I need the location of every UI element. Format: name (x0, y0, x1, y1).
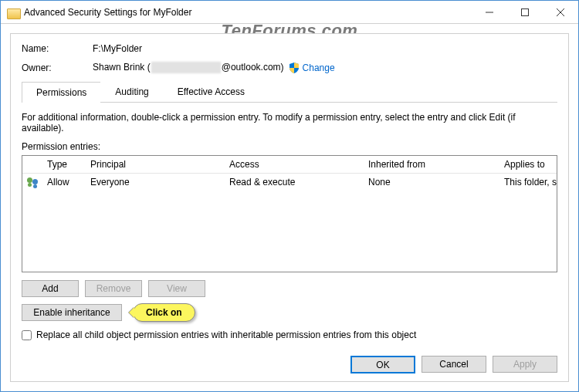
table-row[interactable]: Allow Everyone Read & execute None This … (22, 174, 557, 193)
row-icon (22, 174, 42, 193)
col-type[interactable]: Type (42, 156, 86, 173)
ok-button[interactable]: OK (350, 356, 415, 373)
name-row: Name: F:\MyFolder (22, 43, 557, 54)
info-text: For additional information, double-click… (22, 112, 557, 133)
row-applies: This folder, subfolders and files (499, 174, 557, 193)
folder-icon (7, 7, 19, 18)
replace-checkbox[interactable] (22, 330, 32, 340)
tabs: Permissions Auditing Effective Access (22, 81, 557, 103)
owner-suffix: @outlook.com) (222, 62, 284, 73)
col-applies[interactable]: Applies to (499, 156, 557, 173)
tab-effective-access[interactable]: Effective Access (163, 81, 259, 102)
row-principal: Everyone (86, 174, 225, 193)
main-panel: Name: F:\MyFolder Owner: Shawn Brink (@o… (10, 33, 569, 382)
view-button[interactable]: View (148, 280, 205, 297)
replace-checkbox-label[interactable]: Replace all child object permission entr… (36, 329, 416, 340)
grid-header: Type Principal Access Inherited from App… (22, 156, 557, 174)
col-inherited[interactable]: Inherited from (364, 156, 499, 173)
close-button[interactable] (543, 1, 578, 24)
footer-buttons: OK Cancel Apply (350, 356, 557, 373)
permission-grid[interactable]: Type Principal Access Inherited from App… (22, 155, 557, 272)
name-value: F:\MyFolder (93, 43, 142, 54)
row-type: Allow (42, 174, 86, 193)
owner-redacted (151, 62, 221, 73)
cancel-button[interactable]: Cancel (422, 356, 486, 373)
owner-prefix: Shawn Brink ( (93, 62, 151, 73)
owner-value: Shawn Brink (@outlook.com) (93, 62, 284, 73)
svg-rect-1 (522, 8, 529, 15)
callout: Click on (133, 303, 195, 322)
remove-button[interactable]: Remove (85, 280, 142, 297)
row-access: Read & execute (225, 174, 364, 193)
window-title: Advanced Security Settings for MyFolder (24, 7, 191, 18)
row-inherited: None (364, 174, 499, 193)
col-icon (22, 156, 42, 173)
replace-checkbox-row: Replace all child object permission entr… (22, 329, 557, 340)
entry-buttons: Add Remove View (22, 280, 557, 297)
apply-button[interactable]: Apply (493, 356, 557, 373)
col-access[interactable]: Access (225, 156, 364, 173)
owner-label: Owner: (22, 63, 93, 73)
entries-label: Permission entries: (22, 141, 557, 152)
owner-row: Owner: Shawn Brink (@outlook.com) Change (22, 62, 557, 73)
enable-inheritance-button[interactable]: Enable inheritance (22, 304, 122, 321)
change-owner-link[interactable]: Change (303, 63, 335, 73)
name-label: Name: (22, 43, 93, 54)
tab-auditing[interactable]: Auditing (100, 81, 163, 102)
group-icon (27, 177, 39, 188)
col-principal[interactable]: Principal (86, 156, 225, 173)
maximize-button[interactable] (507, 1, 543, 24)
shield-icon (289, 63, 300, 73)
add-button[interactable]: Add (22, 280, 79, 297)
titlebar: Advanced Security Settings for MyFolder (1, 1, 578, 24)
tab-permissions[interactable]: Permissions (22, 82, 101, 103)
inherit-row: Enable inheritance Click on (22, 303, 557, 322)
minimize-button[interactable] (472, 1, 507, 24)
